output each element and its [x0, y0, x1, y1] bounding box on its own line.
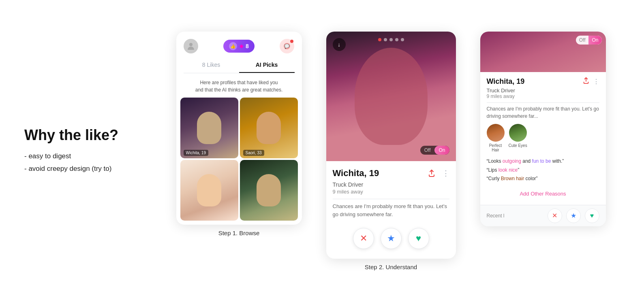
recent-superlike-button[interactable]: ★: [566, 208, 581, 223]
diamond-icon: ◆: [240, 43, 243, 49]
main-layout: Why the like? - easy to digest - avoid c…: [0, 0, 644, 302]
photo-cell-4[interactable]: [240, 160, 298, 221]
recent-like-button[interactable]: ♥: [585, 208, 599, 223]
share-icon[interactable]: [425, 167, 438, 180]
dislike-button[interactable]: ✕: [353, 228, 374, 249]
ai-badges: PerfectHair Cute Eyes: [487, 124, 599, 152]
photo-toggle[interactable]: Off On: [420, 146, 449, 155]
action-buttons: ✕ ★ ♥: [333, 224, 449, 253]
p3-share-icon[interactable]: [582, 77, 590, 86]
photo-bg-2: [240, 98, 298, 158]
oo-on: On: [588, 36, 601, 45]
p3-distance: 9 miles away: [487, 94, 599, 99]
face-silhouette-1: [197, 112, 221, 144]
phone2-photo: ↓ Off On: [326, 32, 456, 161]
p3-bio: Chances are I'm probably more fit than y…: [487, 105, 599, 120]
profile-name: Wichita, 19: [333, 168, 379, 179]
svg-point-0: [189, 43, 193, 46]
profile-actions: ⋮: [425, 167, 449, 180]
phone3-wrapper: Off On Wichita, 19: [480, 32, 606, 226]
phone1-header: 👍 ◆ 8 💬: [176, 32, 302, 57]
dot-4: [395, 38, 398, 41]
badge-label-2: Cute Eyes: [509, 143, 527, 148]
phone1-tabs: 8 Likes AI Picks: [184, 57, 295, 73]
phone2-dots: [378, 38, 404, 41]
phone3-card: Off On Wichita, 19: [480, 32, 606, 226]
photo-cell-1[interactable]: Wichita, 19: [180, 98, 238, 158]
photo2-face-overlay: [355, 48, 428, 145]
badge-avatar-2: [509, 124, 527, 142]
badge-avatar-1: [487, 124, 505, 142]
tab-likes[interactable]: 8 Likes: [184, 57, 239, 73]
recent-dislike-button[interactable]: ✕: [548, 208, 562, 223]
photo-bg-4: [240, 160, 298, 221]
phone1-subtitle: Here are profiles that have liked you an…: [176, 73, 302, 98]
divider-1: [333, 199, 449, 199]
ai-badge-2: Cute Eyes: [509, 124, 527, 152]
oo-off: Off: [576, 36, 589, 45]
quote-3: “Curly Brown hair color”: [487, 174, 599, 183]
user-avatar-icon: [184, 39, 198, 53]
photo-label-1: Wichita, 19: [184, 150, 208, 156]
profile-name-row: Wichita, 19 ⋮: [333, 167, 449, 180]
phone3-info: Wichita, 19 ⋮ Truck Driver 9 miles away: [480, 72, 606, 205]
photo-cell-2[interactable]: Saori, 33: [240, 98, 298, 158]
phone2-wrapper: ↓ Off On Wichita, 19: [326, 32, 456, 270]
badge-count: 8: [246, 43, 249, 49]
photo-bg-3: [180, 160, 238, 221]
main-title: Why the like?: [24, 127, 154, 144]
ai-quotes: “Looks outgoing and fun to be with.” “Li…: [487, 157, 599, 183]
svg-text:💬: 💬: [284, 43, 290, 49]
more-icon[interactable]: ⋮: [442, 169, 449, 178]
toggle-on: On: [434, 146, 449, 155]
thumb-icon: 👍: [229, 42, 237, 50]
badge-label-1: PerfectHair: [489, 143, 502, 152]
p3-name-row: Wichita, 19 ⋮: [487, 77, 599, 86]
profile-job: Truck Driver: [333, 181, 449, 188]
phone2-info: Wichita, 19 ⋮ Truck Driver 9 miles away: [326, 161, 456, 259]
notification-dot: [290, 40, 293, 43]
dot-3: [389, 38, 393, 41]
down-arrow-icon[interactable]: ↓: [333, 38, 346, 51]
photo-grid: Wichita, 19 Saori, 33: [176, 98, 302, 225]
recent-label: Recent l: [487, 213, 543, 219]
recent-actions: ✕ ★ ♥: [548, 208, 599, 223]
notification-icon[interactable]: 💬: [280, 39, 294, 53]
left-section: Why the like? - easy to digest - avoid c…: [16, 127, 154, 175]
photo-label-2: Saori, 33: [243, 150, 264, 156]
phone1-wrapper: 👍 ◆ 8 💬 8 Likes: [176, 32, 302, 236]
bullet-points: - easy to digest - avoid creepy design (…: [24, 150, 154, 175]
face-silhouette-3: [197, 174, 221, 206]
like-badge: 👍 ◆ 8: [223, 40, 255, 53]
recent-section: Recent l ✕ ★ ♥: [480, 205, 606, 226]
face-silhouette-2: [257, 112, 281, 144]
profile-distance: 9 miles away: [333, 189, 449, 195]
profile-bio: Chances are I'm probably more fit than y…: [333, 202, 449, 218]
dot-5: [401, 38, 404, 41]
photo-cell-3[interactable]: [180, 160, 238, 221]
photo-bg-1: [180, 98, 238, 158]
badge-face-1: [487, 124, 505, 142]
step2-label: Step 2. Understand: [365, 264, 417, 270]
ai-badge-1: PerfectHair: [487, 124, 505, 152]
off-on-toggle[interactable]: Off On: [576, 36, 602, 45]
quote-2: “Lips look nice”: [487, 166, 599, 175]
p3-actions: ⋮: [582, 77, 599, 86]
face-silhouette-4: [257, 174, 281, 206]
toggle-off: Off: [420, 146, 435, 155]
superlike-button[interactable]: ★: [381, 228, 402, 249]
add-reasons-button[interactable]: Add Other Reasons: [487, 187, 599, 200]
p3-more-icon[interactable]: ⋮: [593, 78, 599, 85]
p3-job: Truck Driver: [487, 87, 599, 94]
phone3-photo: Off On: [480, 32, 606, 72]
badge-face-2: [509, 124, 527, 142]
p3-divider: [487, 102, 599, 103]
bullet-1: - easy to digest: [24, 152, 71, 160]
dot-2: [384, 38, 387, 41]
dot-1: [378, 38, 381, 41]
phone2-card: ↓ Off On Wichita, 19: [326, 32, 456, 259]
phone1-card: 👍 ◆ 8 💬 8 Likes: [176, 32, 302, 225]
like-button[interactable]: ♥: [408, 228, 429, 249]
step1-label: Step 1. Browse: [218, 230, 260, 236]
tab-ai-picks[interactable]: AI Picks: [239, 57, 295, 73]
